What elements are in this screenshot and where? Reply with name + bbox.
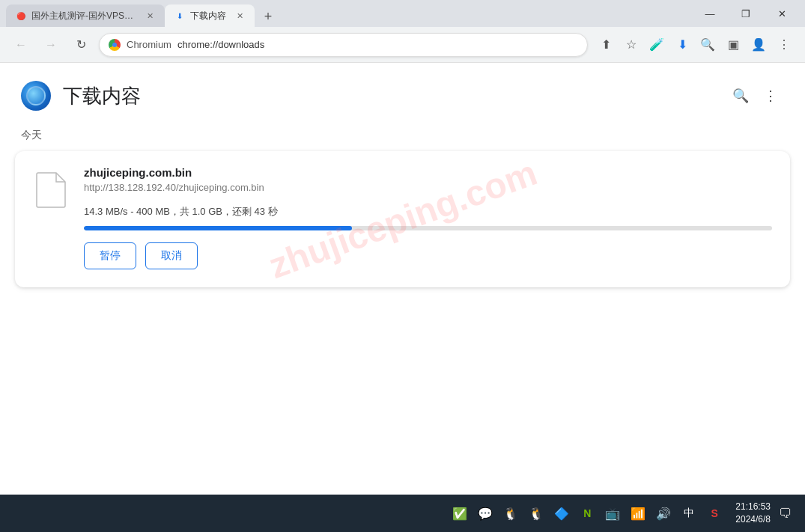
download-info: zhujiceping.com.bin http://138.128.192.4…: [84, 166, 772, 269]
ime-icon: 中: [684, 507, 694, 520]
share-icon: ⬆: [601, 37, 611, 52]
search-downloads-button[interactable]: 🔍: [727, 82, 754, 109]
search-downloads-icon: 🔍: [732, 88, 749, 104]
security-icon: S: [711, 507, 718, 519]
back-icon: ←: [15, 38, 27, 52]
download-status: 14.3 MB/s - 400 MB，共 1.0 GB，还剩 43 秒: [84, 205, 772, 218]
taskbar-ime-icon[interactable]: 中: [678, 503, 699, 524]
bookmark-button[interactable]: ☆: [619, 33, 643, 57]
tab-label-2: 下载内容: [190, 10, 226, 22]
file-icon: [33, 169, 69, 211]
share-button[interactable]: ⬆: [594, 33, 618, 57]
sidebar-button[interactable]: ▣: [721, 33, 745, 57]
address-bar[interactable]: Chromium chrome://downloads: [99, 33, 588, 57]
site-security-icon: [109, 39, 121, 51]
check-icon: ✅: [452, 507, 467, 521]
logo-inner: [26, 86, 46, 106]
tab-close-2[interactable]: ✕: [234, 10, 246, 22]
menu-icon: ⋮: [778, 37, 790, 52]
close-button[interactable]: ✕: [765, 1, 799, 25]
file-svg: [35, 171, 67, 209]
qq2-icon: 🐧: [529, 507, 544, 521]
profile-icon: 👤: [751, 37, 766, 52]
downloads-menu-button[interactable]: ⋮: [757, 82, 784, 109]
wechat-icon: 💬: [478, 507, 493, 521]
menu-button[interactable]: ⋮: [772, 33, 796, 57]
toolbar-actions: ⬆ ☆ 🧪 ⬇ 🔍 ▣ 👤 ⋮: [594, 33, 796, 57]
download-item: zhujiceping.com.bin http://138.128.192.4…: [15, 151, 790, 287]
extension-button[interactable]: 🧪: [645, 33, 669, 57]
close-icon: ✕: [778, 8, 786, 19]
search-page-icon: 🔍: [700, 37, 715, 52]
tab-inactive[interactable]: 🔴 国外主机测评-国外VPS、国... ✕: [6, 4, 165, 27]
taskbar: ✅ 💬 🐧 🐧 🔷 N 📺 📶 🔊 中 S 21:16:53 2024/6/8 …: [0, 495, 805, 532]
reload-button[interactable]: ↻: [69, 33, 93, 57]
taskbar-screen-icon[interactable]: 📺: [602, 503, 623, 524]
taskbar-qq-icon[interactable]: 🐧: [500, 503, 521, 524]
title-bar: 🔴 国外主机测评-国外VPS、国... ✕ ⬇ 下载内容 ✕ + — ❐ ✕: [0, 0, 805, 27]
new-tab-button[interactable]: +: [258, 6, 279, 27]
progress-bar-fill: [84, 226, 352, 230]
header-actions: 🔍 ⋮: [727, 82, 784, 109]
page-title: 下载内容: [63, 83, 141, 109]
downloads-header: 下载内容 🔍 ⋮: [0, 63, 805, 123]
volume-icon: 🔊: [656, 507, 671, 521]
taskbar-check-icon[interactable]: ✅: [449, 503, 470, 524]
window-controls: — ❐ ✕: [693, 1, 799, 25]
qq-icon: 🐧: [503, 507, 518, 521]
tab-active[interactable]: ⬇ 下载内容 ✕: [165, 4, 255, 27]
bluetooth-icon: 🔷: [554, 507, 569, 521]
tab-strip: 🔴 国外主机测评-国外VPS、国... ✕ ⬇ 下载内容 ✕ +: [6, 0, 693, 27]
download-filename: zhujiceping.com.bin: [84, 166, 772, 179]
site-name: Chromium: [127, 39, 171, 50]
sidebar-icon: ▣: [728, 37, 739, 52]
download-area: zhujiceping.com zhujiceping.com.bin http…: [0, 151, 805, 287]
maximize-icon: ❐: [741, 8, 750, 19]
tab-favicon-1: 🔴: [15, 10, 27, 22]
back-button[interactable]: ←: [9, 33, 33, 57]
pause-button[interactable]: 暂停: [84, 242, 136, 269]
taskbar-bluetooth-icon[interactable]: 🔷: [551, 503, 572, 524]
notification-button[interactable]: 🗨: [775, 503, 796, 524]
wifi-icon: 📶: [631, 507, 645, 521]
downloads-menu-icon: ⋮: [764, 88, 777, 104]
maximize-button[interactable]: ❐: [729, 1, 763, 25]
profile-button[interactable]: 👤: [747, 33, 771, 57]
today-label: 今天: [0, 123, 805, 151]
clock-date: 2024/6/8: [735, 513, 771, 526]
forward-button[interactable]: →: [39, 33, 63, 57]
notification-icon: 🗨: [779, 506, 792, 522]
reload-icon: ↻: [76, 37, 86, 52]
bookmark-icon: ☆: [626, 37, 637, 52]
taskbar-wifi-icon[interactable]: 📶: [628, 503, 648, 524]
extension-icon: 🧪: [649, 37, 664, 52]
minimize-button[interactable]: —: [693, 1, 727, 25]
tab-favicon-2: ⬇: [174, 10, 186, 22]
nvidia-icon: N: [583, 507, 591, 519]
clock-time: 21:16:53: [735, 501, 771, 513]
download-url: http://138.128.192.40/zhujiceping.com.bi…: [84, 182, 772, 193]
cancel-button[interactable]: 取消: [145, 242, 198, 269]
minimize-icon: —: [705, 8, 715, 19]
page-content: 下载内容 🔍 ⋮ 今天 zhujiceping.com zhujicep: [0, 63, 805, 495]
tab-label-1: 国外主机测评-国外VPS、国...: [31, 10, 136, 22]
toolbar: ← → ↻ Chromium chrome://downloads ⬆ ☆ 🧪 …: [0, 27, 805, 63]
taskbar-volume-icon[interactable]: 🔊: [653, 503, 674, 524]
taskbar-wechat-icon[interactable]: 💬: [475, 503, 496, 524]
progress-bar-container: [84, 226, 772, 230]
taskbar-security-icon[interactable]: S: [704, 503, 725, 524]
screen-icon: 📺: [605, 507, 620, 521]
download-actions: 暂停 取消: [84, 242, 772, 269]
download-icon: ⬇: [678, 37, 687, 52]
download-button[interactable]: ⬇: [670, 33, 694, 57]
tab-close-1[interactable]: ✕: [144, 10, 156, 22]
forward-icon: →: [45, 38, 57, 52]
address-url: chrome://downloads: [177, 39, 264, 50]
taskbar-nvidia-icon[interactable]: N: [577, 503, 598, 524]
taskbar-qq2-icon[interactable]: 🐧: [526, 503, 547, 524]
downloads-logo: [21, 81, 51, 111]
search-page-button[interactable]: 🔍: [696, 33, 720, 57]
taskbar-clock[interactable]: 21:16:53 2024/6/8: [735, 501, 771, 526]
